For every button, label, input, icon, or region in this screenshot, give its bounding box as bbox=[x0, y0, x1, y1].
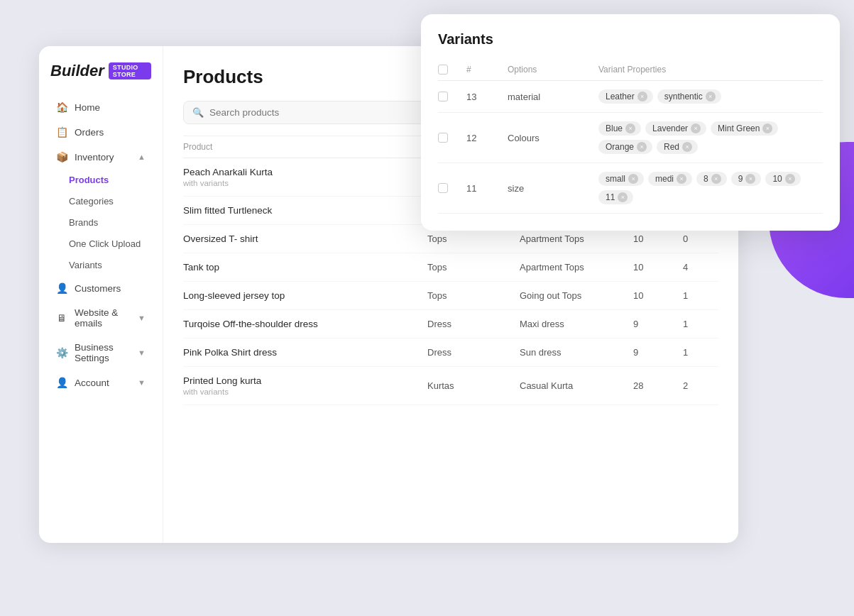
search-icon: 🔍 bbox=[192, 107, 204, 118]
variant-tag: 11 × bbox=[598, 190, 633, 204]
account-icon: 👤 bbox=[56, 377, 67, 388]
sidebar-subitem-brands[interactable]: Brands bbox=[69, 212, 157, 233]
variant-tag-close[interactable]: × bbox=[706, 92, 716, 101]
sidebar-item-website-emails[interactable]: 🖥 Website & emails ▼ bbox=[45, 301, 157, 335]
variant-tags: small × medi × 8 × 9 × 10 × 11 × bbox=[598, 172, 823, 204]
product-subtitle: with variants bbox=[183, 179, 427, 187]
inventory-icon: 📦 bbox=[56, 151, 67, 163]
inventory-subitems: Products Categories Brands One Click Upl… bbox=[39, 170, 163, 275]
variants-title: Variants bbox=[438, 31, 823, 48]
variant-tag: 9 × bbox=[731, 172, 762, 186]
variant-row: 12 Colours Blue × Lavender × Mint Green … bbox=[438, 113, 823, 163]
variants-panel: Variants # Options Variant Properties 13… bbox=[421, 14, 840, 231]
product-vars: 1 bbox=[683, 319, 718, 329]
product-vars: 0 bbox=[683, 233, 718, 244]
product-subcategory: Going out Tops bbox=[520, 290, 633, 301]
logo: Builder STUDIO STORE bbox=[39, 55, 163, 92]
variant-tag-close[interactable]: × bbox=[637, 92, 647, 101]
variant-tag-close[interactable]: × bbox=[637, 142, 647, 152]
logo-badge: STUDIO STORE bbox=[109, 62, 151, 79]
variants-table-header: # Options Variant Properties bbox=[438, 59, 823, 81]
product-category: Tops bbox=[427, 262, 520, 273]
variant-tag-close[interactable]: × bbox=[682, 142, 692, 152]
business-settings-icon: ⚙️ bbox=[56, 347, 67, 358]
product-name-cell: Turqoise Off-the-shoulder dress bbox=[183, 319, 427, 329]
product-name-cell: Long-sleeved jersey top bbox=[183, 290, 427, 301]
variant-tag-close[interactable]: × bbox=[745, 174, 755, 184]
variant-tag-label: Blue bbox=[606, 123, 623, 133]
variant-tag-label: Red bbox=[664, 142, 679, 152]
home-icon: 🏠 bbox=[56, 101, 67, 113]
table-row[interactable]: Tank top Tops Apartment Tops 10 4 bbox=[183, 253, 718, 282]
product-name-cell: Peach Anarkali Kurta with variants bbox=[183, 167, 427, 187]
variant-tag: Orange × bbox=[598, 140, 652, 154]
table-row[interactable]: Long-sleeved jersey top Tops Going out T… bbox=[183, 282, 718, 310]
sidebar-subitem-variants[interactable]: Variants bbox=[69, 255, 157, 275]
product-category: Tops bbox=[427, 233, 520, 244]
variant-tag-label: Orange bbox=[606, 142, 634, 152]
col-product: Product bbox=[183, 142, 427, 152]
product-category: Kurtas bbox=[427, 380, 520, 391]
product-price: 28 bbox=[633, 380, 683, 391]
variant-checkbox[interactable] bbox=[438, 183, 448, 193]
variant-tag: Mint Green × bbox=[711, 121, 778, 136]
product-vars: 2 bbox=[683, 380, 718, 391]
table-row[interactable]: Turqoise Off-the-shoulder dress Dress Ma… bbox=[183, 310, 718, 339]
sidebar-item-business-settings[interactable]: ⚙️ Business Settings ▼ bbox=[45, 336, 157, 370]
variant-tag-label: 9 bbox=[738, 174, 743, 184]
sidebar-item-orders[interactable]: 📋 Orders bbox=[45, 120, 157, 144]
website-icon: 🖥 bbox=[56, 312, 67, 324]
sidebar-item-home-label: Home bbox=[75, 102, 100, 113]
table-row[interactable]: Printed Long kurta with variants Kurtas … bbox=[183, 367, 718, 405]
variant-tag-close[interactable]: × bbox=[691, 123, 701, 133]
product-category: Dress bbox=[427, 319, 520, 329]
product-name-cell: Oversized T- shirt bbox=[183, 233, 427, 244]
variant-tag: Leather × bbox=[598, 89, 653, 104]
product-name: Printed Long kurta bbox=[183, 375, 427, 386]
sidebar-item-account[interactable]: 👤 Account ▼ bbox=[45, 370, 157, 395]
table-row[interactable]: Pink Polka Shirt dress Dress Sun dress 9… bbox=[183, 339, 718, 367]
variant-tag-close[interactable]: × bbox=[625, 123, 635, 133]
variant-option: material bbox=[508, 92, 593, 102]
variants-select-all-checkbox[interactable] bbox=[438, 65, 448, 75]
product-subcategory: Sun dress bbox=[520, 347, 633, 358]
product-subcategory: Apartment Tops bbox=[520, 262, 633, 273]
variant-number: 11 bbox=[466, 183, 502, 194]
product-name: Long-sleeved jersey top bbox=[183, 290, 427, 301]
product-price: 10 bbox=[633, 262, 683, 273]
variant-option: Colours bbox=[508, 133, 593, 143]
variant-tag-close[interactable]: × bbox=[677, 174, 686, 184]
variant-tag-close[interactable]: × bbox=[711, 174, 721, 184]
variants-rows: 13 material Leather × synthentic × 12 Co… bbox=[438, 81, 823, 214]
customers-icon: 👤 bbox=[56, 282, 67, 294]
account-chevron-icon: ▼ bbox=[138, 378, 146, 387]
variant-tag-label: small bbox=[606, 174, 625, 184]
sidebar-item-website-label: Website & emails bbox=[75, 307, 131, 329]
product-name-cell: Slim fitted Turtleneck bbox=[183, 205, 427, 216]
variant-tag-close[interactable]: × bbox=[628, 174, 638, 184]
variant-tag-close[interactable]: × bbox=[618, 192, 628, 202]
product-price: 10 bbox=[633, 233, 683, 244]
variant-tag-label: 11 bbox=[606, 192, 615, 202]
variant-tag: Blue × bbox=[598, 121, 641, 136]
product-name-cell: Printed Long kurta with variants bbox=[183, 375, 427, 396]
product-name: Pink Polka Shirt dress bbox=[183, 347, 427, 358]
variant-checkbox[interactable] bbox=[438, 92, 448, 101]
sidebar-item-inventory[interactable]: 📦 Inventory ▲ bbox=[45, 145, 157, 169]
variant-tag-close[interactable]: × bbox=[762, 123, 772, 133]
variant-checkbox[interactable] bbox=[438, 133, 448, 143]
sidebar-item-customers[interactable]: 👤 Customers bbox=[45, 276, 157, 300]
sidebar-subitem-categories[interactable]: Categories bbox=[69, 191, 157, 211]
sidebar-subitem-one-click-upload[interactable]: One Click Upload bbox=[69, 233, 157, 254]
sidebar-subitem-products[interactable]: Products bbox=[69, 170, 157, 190]
sidebar-item-customers-label: Customers bbox=[75, 283, 121, 294]
sidebar-item-home[interactable]: 🏠 Home bbox=[45, 95, 157, 119]
product-category: Dress bbox=[427, 347, 520, 358]
product-name-cell: Tank top bbox=[183, 262, 427, 273]
variant-tag-close[interactable]: × bbox=[785, 174, 795, 184]
variant-tag-label: 8 bbox=[704, 174, 708, 184]
variant-tag: 8 × bbox=[696, 172, 727, 186]
variant-tags: Leather × synthentic × bbox=[598, 89, 823, 104]
variant-tag: small × bbox=[598, 172, 644, 186]
sidebar-nav: 🏠 Home 📋 Orders 📦 Inventory ▲ Products C… bbox=[39, 92, 163, 543]
